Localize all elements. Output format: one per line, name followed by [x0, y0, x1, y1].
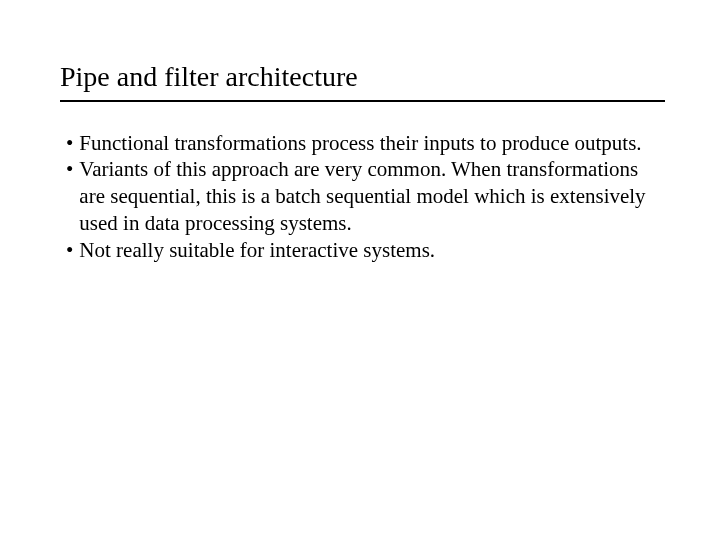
bullet-icon: •: [66, 237, 73, 264]
list-item: • Functional transformations process the…: [66, 130, 665, 157]
slide: Pipe and filter architecture • Functiona…: [0, 0, 720, 540]
bullet-text: Functional transformations process their…: [79, 130, 665, 157]
list-item: • Variants of this approach are very com…: [66, 156, 665, 237]
bullet-text: Not really suitable for interactive syst…: [79, 237, 665, 264]
bullet-icon: •: [66, 130, 73, 157]
bullet-text: Variants of this approach are very commo…: [79, 156, 665, 237]
list-item: • Not really suitable for interactive sy…: [66, 237, 665, 264]
slide-title: Pipe and filter architecture: [60, 60, 665, 94]
bullet-icon: •: [66, 156, 73, 183]
bullet-list: • Functional transformations process the…: [60, 130, 665, 264]
title-rule: [60, 100, 665, 102]
